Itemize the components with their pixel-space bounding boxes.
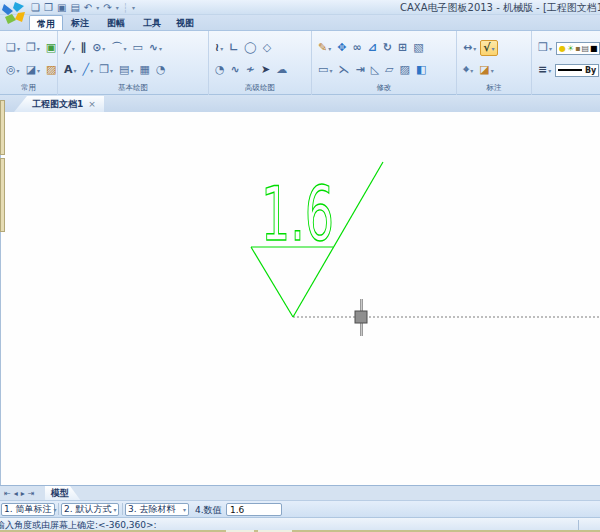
move-icon[interactable]: ✥ bbox=[335, 41, 348, 55]
new-icon[interactable]: ❏ bbox=[31, 1, 40, 15]
region-icon[interactable]: ◔ bbox=[154, 63, 168, 77]
ole-object-icon[interactable]: ▣ bbox=[44, 41, 58, 55]
open-icon[interactable]: ❐ bbox=[44, 1, 53, 15]
mirror-icon[interactable]: ⊿ bbox=[366, 41, 379, 55]
dimension-icon[interactable]: ↔▾ bbox=[461, 41, 478, 55]
paste-icon[interactable]: ❏▾ bbox=[4, 41, 22, 55]
tab-sheet[interactable]: 图幅 bbox=[100, 15, 132, 30]
trim-icon[interactable]: ⋋ bbox=[336, 63, 351, 77]
group-label-dimension: 标注 bbox=[457, 83, 531, 93]
block-edit-icon[interactable]: ◧ bbox=[414, 63, 428, 77]
ribbon-group-modify: ✎▾ ✥ ∞ ⊿ ↻ ⊞ ▧ ▭▾ ⋋ ⇥ ◺ ▱ ▨ ◧ 修改 bbox=[312, 31, 457, 95]
array-icon[interactable]: ⊞ bbox=[396, 41, 409, 55]
option-remove-material[interactable]: 3. 去除材料 ▾ bbox=[125, 503, 189, 516]
hatch-icon[interactable]: ▤▾ bbox=[117, 63, 135, 77]
frame-select-icon[interactable]: ▭▾ bbox=[316, 63, 334, 77]
model-tab[interactable]: 模型 bbox=[45, 486, 81, 501]
status-divider bbox=[578, 520, 579, 530]
nav-prev-icon[interactable]: ◂ bbox=[14, 487, 18, 500]
pie-icon[interactable]: ◔ bbox=[213, 63, 227, 77]
roughness-icon[interactable]: √▾ bbox=[480, 40, 497, 56]
nav-last-icon[interactable]: ⇥ bbox=[28, 487, 35, 500]
layer-color-swatch: ■ bbox=[590, 44, 598, 53]
app-logo-icon[interactable] bbox=[1, 0, 27, 27]
scale-icon[interactable]: ▧ bbox=[411, 41, 425, 55]
group-label-modify: 修改 bbox=[312, 83, 456, 93]
canvas-svg: 1.6 bbox=[1, 112, 600, 485]
app-window: ❏ ❐ ▣ ▤ ↶ ▾ ↷ ▾ ┆ ▾ CAXA电子图板2013 - 机械版 -… bbox=[0, 0, 600, 532]
nav-next-icon[interactable]: ▸ bbox=[21, 487, 25, 500]
dimension-edit-icon[interactable]: ◪▾ bbox=[477, 63, 495, 77]
lineweight-icon[interactable]: ≡▾ bbox=[536, 63, 553, 77]
layer-print-icon: ▤ bbox=[581, 44, 589, 53]
chamfer-icon[interactable]: ◺ bbox=[369, 63, 381, 77]
ribbon-tab-row: 常用 标注 图幅 工具 视图 bbox=[0, 15, 600, 30]
document-tab-close-icon[interactable]: × bbox=[88, 99, 96, 109]
window-title: CAXA电子图板2013 - 机械版 - [工程图文档1] bbox=[400, 1, 600, 14]
grid-icon[interactable]: ▦ bbox=[137, 63, 151, 77]
format-painter-icon[interactable]: ▨ bbox=[44, 63, 58, 77]
option-dropdown-icon: ▾ bbox=[113, 506, 116, 513]
circle-icon[interactable]: ⊙▾ bbox=[90, 41, 107, 55]
roughness-value-text: 1.6 bbox=[261, 171, 334, 258]
revision-cloud-icon[interactable]: ☁ bbox=[274, 63, 289, 77]
extend-icon[interactable]: ⇥ bbox=[353, 63, 366, 77]
arc-icon[interactable]: ⌒▾ bbox=[109, 41, 128, 55]
tab-annotation[interactable]: 标注 bbox=[64, 15, 96, 30]
point-line-icon[interactable]: ╱▾ bbox=[81, 63, 96, 77]
rectangle-icon[interactable]: ▭ bbox=[130, 41, 144, 55]
print-preview-icon[interactable]: ◎▾ bbox=[4, 63, 22, 77]
layer-combo[interactable]: ● ☀ ▪ ▤ ■ bbox=[556, 42, 600, 55]
stretch-icon[interactable]: ▱ bbox=[383, 63, 395, 77]
match-properties-icon[interactable]: ▨ bbox=[398, 63, 412, 77]
rotate-icon[interactable]: ∞ bbox=[350, 41, 363, 55]
polyline-icon[interactable]: ∟ bbox=[227, 41, 240, 55]
qat-more-icon[interactable]: ▾ bbox=[132, 4, 135, 11]
wave-line-icon[interactable]: ∿ bbox=[229, 63, 242, 77]
option-divider bbox=[122, 503, 123, 515]
copy-icon[interactable]: ❐▾ bbox=[24, 41, 42, 55]
side-panel-strip-bottom[interactable] bbox=[0, 158, 5, 232]
text-icon[interactable]: A▾ bbox=[62, 63, 79, 77]
coordinate-dimension-icon[interactable]: ⌖▾ bbox=[461, 63, 475, 77]
linestyle-value: By bbox=[585, 66, 596, 75]
tab-view[interactable]: 视图 bbox=[169, 15, 201, 30]
print-icon[interactable]: ▤ bbox=[70, 1, 79, 15]
nav-first-icon[interactable]: ⇤ bbox=[4, 487, 11, 500]
insert-picture-icon[interactable]: ◪▾ bbox=[24, 63, 42, 77]
tab-tools[interactable]: 工具 bbox=[136, 15, 168, 30]
parallel-line-icon[interactable]: ∥ bbox=[79, 41, 89, 55]
option-divider bbox=[58, 503, 59, 515]
block-icon[interactable]: ❒▾ bbox=[97, 63, 115, 77]
break-line-icon[interactable]: ≁ bbox=[244, 63, 257, 77]
option-annotation-type[interactable]: 1. 简单标注 ▾ bbox=[1, 503, 55, 516]
redo-dropdown-icon[interactable]: ▾ bbox=[116, 4, 119, 11]
erase-icon[interactable]: ✎▾ bbox=[316, 41, 333, 55]
ribbon-group-properties: ❒▾ ● ☀ ▪ ▤ ■ ≡▾ By bbox=[532, 31, 600, 95]
quick-access-toolbar: ❏ ❐ ▣ ▤ ↶ ▾ ↷ ▾ ┆ ▾ bbox=[31, 0, 135, 15]
crosshair-cursor bbox=[355, 299, 367, 336]
document-tab-label: 工程图文档1 bbox=[32, 98, 83, 111]
line-icon[interactable]: ╱▾ bbox=[62, 41, 77, 55]
linestyle-combo[interactable]: By bbox=[555, 64, 599, 77]
spline-icon[interactable]: ∿▾ bbox=[147, 41, 164, 55]
side-panel-strip-top[interactable] bbox=[0, 100, 5, 155]
option-default-mode[interactable]: 2. 默认方式 ▾ bbox=[61, 503, 119, 516]
linestyle-sample bbox=[558, 69, 582, 71]
circular-array-icon[interactable]: ↻ bbox=[381, 41, 394, 55]
save-icon[interactable]: ▣ bbox=[57, 1, 66, 15]
polygon-icon[interactable]: ◇ bbox=[261, 41, 273, 55]
option-dropdown-icon: ▾ bbox=[183, 506, 186, 513]
roughness-value-input[interactable] bbox=[226, 503, 282, 516]
curve-icon[interactable]: ≀▾ bbox=[213, 41, 225, 55]
undo-dropdown-icon[interactable]: ▾ bbox=[96, 4, 99, 11]
redo-icon[interactable]: ↷ bbox=[103, 1, 111, 15]
title-bar: ❏ ❐ ▣ ▤ ↶ ▾ ↷ ▾ ┆ ▾ CAXA电子图板2013 - 机械版 -… bbox=[0, 0, 600, 15]
tab-common[interactable]: 常用 bbox=[29, 15, 63, 30]
drawing-canvas[interactable]: 1.6 bbox=[0, 112, 600, 485]
undo-icon[interactable]: ↶ bbox=[84, 1, 92, 15]
layer-icon[interactable]: ❒▾ bbox=[536, 41, 554, 55]
document-tab[interactable]: 工程图文档1 × bbox=[14, 96, 104, 112]
arrow-icon[interactable]: ➤ bbox=[259, 63, 272, 77]
ellipse-icon[interactable]: ◯ bbox=[242, 41, 258, 55]
